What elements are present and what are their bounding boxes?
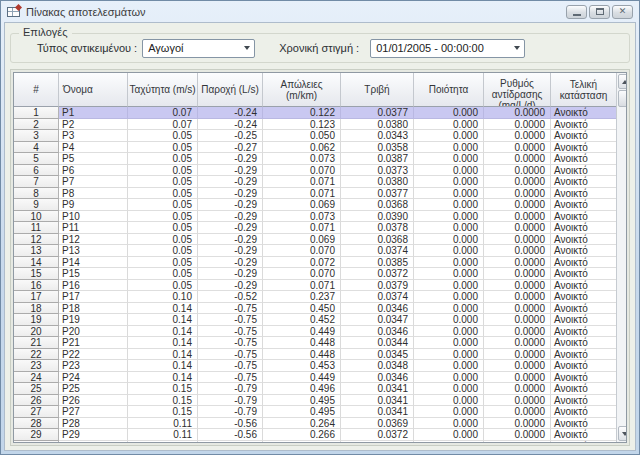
cell-headloss: 0.448	[263, 349, 341, 361]
row-header[interactable]: 29	[14, 429, 59, 441]
table-row[interactable]: 21P210.14-0.750.4480.03440.0000.0000Ανοι…	[14, 337, 616, 349]
scroll-up-button[interactable]	[618, 74, 627, 89]
row-header[interactable]: 24	[14, 372, 59, 384]
table-row[interactable]: 24P240.14-0.750.4490.03460.0000.0000Ανοι…	[14, 372, 616, 384]
titlebar[interactable]: Πίνακας αποτελεσμάτων ✕	[4, 1, 636, 22]
cell-quality: 0.000	[414, 142, 484, 154]
column-header-friction[interactable]: Τριβή	[341, 73, 414, 107]
table-row[interactable]: 7P70.05-0.290.0710.03800.0000.0000Ανοικτ…	[14, 176, 616, 188]
row-header[interactable]: 14	[14, 257, 59, 269]
table-row[interactable]: 6P60.05-0.290.0700.03730.0000.0000Ανοικτ…	[14, 165, 616, 177]
row-header[interactable]: 27	[14, 406, 59, 418]
row-header[interactable]: 3	[14, 130, 59, 142]
cell-velocity: 0.07	[128, 119, 198, 131]
row-header[interactable]: 1	[14, 107, 59, 119]
table-row[interactable]: 27P270.15-0.790.4950.03410.0000.0000Ανοι…	[14, 406, 616, 418]
cell-quality: 0.000	[414, 349, 484, 361]
row-header[interactable]: 20	[14, 326, 59, 338]
row-header[interactable]: 9	[14, 199, 59, 211]
row-header[interactable]: 4	[14, 142, 59, 154]
cell-name: P25	[59, 383, 128, 395]
row-header[interactable]: 22	[14, 349, 59, 361]
minimize-button[interactable]	[566, 5, 587, 19]
cell-velocity: 0.15	[128, 383, 198, 395]
column-header-quality[interactable]: Ποιότητα	[414, 73, 484, 107]
table-row[interactable]: 1P10.07-0.240.1220.03770.0000.0000Ανοικτ…	[14, 107, 616, 119]
row-header[interactable]: 19	[14, 314, 59, 326]
table-row[interactable]: 19P190.14-0.750.4520.03470.0000.0000Ανοι…	[14, 314, 616, 326]
row-header[interactable]: 8	[14, 188, 59, 200]
scrollbar-track[interactable]	[617, 107, 627, 425]
table-row[interactable]: 28P280.11-0.560.2640.03690.0000.0000Ανοι…	[14, 418, 616, 430]
cell-name: P14	[59, 257, 128, 269]
column-header-status[interactable]: Τελικήκατάσταση	[551, 73, 616, 107]
scrollbar-thumb[interactable]	[618, 90, 627, 107]
column-header-velocity[interactable]: Ταχύτητα (m/s)	[128, 73, 198, 107]
cell-friction: 0.0368	[341, 234, 414, 246]
cell-velocity: 0.05	[128, 188, 198, 200]
row-header[interactable]: 12	[14, 234, 59, 246]
row-header[interactable]: 11	[14, 222, 59, 234]
column-header-reaction[interactable]: Ρυθμόςαντίδρασης(mg/L/d)	[484, 73, 551, 107]
table-row[interactable]: 20P200.14-0.750.4490.03460.0000.0000Ανοι…	[14, 326, 616, 338]
cell-flow: -0.29	[198, 222, 263, 234]
cell-headloss: 0.071	[263, 188, 341, 200]
cell-reaction: 0.0000	[484, 372, 551, 384]
table-row[interactable]: 12P120.05-0.290.0690.03680.0000.0000Ανοι…	[14, 234, 616, 246]
row-header[interactable]: 10	[14, 211, 59, 223]
table-row[interactable]: 25P250.15-0.790.4960.03410.0000.0000Ανοι…	[14, 383, 616, 395]
cell-velocity: 0.05	[128, 222, 198, 234]
table-row[interactable]: 8P80.05-0.290.0710.03770.0000.0000Ανοικτ…	[14, 188, 616, 200]
table-row[interactable]: 5P50.05-0.290.0730.03870.0000.0000Ανοικτ…	[14, 153, 616, 165]
row-header[interactable]: 28	[14, 418, 59, 430]
table-row[interactable]: 15P150.05-0.290.0700.03720.0000.0000Ανοι…	[14, 268, 616, 280]
row-header[interactable]: 25	[14, 383, 59, 395]
table-row[interactable]: 22P220.14-0.750.4480.03450.0000.0000Ανοι…	[14, 349, 616, 361]
row-header[interactable]: 2	[14, 119, 59, 131]
cell-headloss: 0.450	[263, 303, 341, 315]
table-row[interactable]: 29P290.11-0.560.2660.03720.0000.0000Ανοι…	[14, 429, 616, 441]
table-row[interactable]: 9P90.05-0.290.0690.03680.0000.0000Ανοικτ…	[14, 199, 616, 211]
table-row[interactable]: 30P300.11-0.560.2680.03750.0000.0000Ανοι…	[14, 441, 616, 443]
row-header[interactable]: 26	[14, 395, 59, 407]
row-header[interactable]: 7	[14, 176, 59, 188]
maximize-button[interactable]	[589, 5, 610, 19]
column-header-flow[interactable]: Παροχή (L/s)	[198, 73, 263, 107]
table-row[interactable]: 26P260.15-0.790.4950.03410.0000.0000Ανοι…	[14, 395, 616, 407]
table-row[interactable]: 18P180.14-0.750.4500.03460.0000.0000Ανοι…	[14, 303, 616, 315]
table-row[interactable]: 2P20.07-0.240.1230.03800.0000.0000Ανοικτ…	[14, 119, 616, 131]
row-header[interactable]: 13	[14, 245, 59, 257]
close-button[interactable]: ✕	[612, 5, 633, 19]
column-header-num[interactable]: #	[14, 73, 59, 107]
scroll-down-button[interactable]	[618, 426, 627, 441]
row-header[interactable]: 18	[14, 303, 59, 315]
table-row[interactable]: 14P140.05-0.290.0720.03850.0000.0000Ανοι…	[14, 257, 616, 269]
row-header[interactable]: 5	[14, 153, 59, 165]
row-header[interactable]: 30	[14, 441, 59, 443]
row-header[interactable]: 17	[14, 291, 59, 303]
column-header-name[interactable]: Όνομα	[59, 73, 128, 107]
row-header[interactable]: 23	[14, 360, 59, 372]
table-row[interactable]: 11P110.05-0.290.0710.03780.0000.0000Ανοι…	[14, 222, 616, 234]
table-row[interactable]: 17P170.10-0.520.2370.03740.0000.0000Ανοι…	[14, 291, 616, 303]
row-header[interactable]: 21	[14, 337, 59, 349]
cell-name: P5	[59, 153, 128, 165]
time-select[interactable]: 01/01/2005 - 00:00:00	[370, 39, 525, 58]
object-type-select[interactable]: Αγωγοί	[142, 39, 255, 58]
cell-friction: 0.0345	[341, 349, 414, 361]
table-row[interactable]: 10P100.05-0.290.0730.03900.0000.0000Ανοι…	[14, 211, 616, 223]
table-row[interactable]: 16P160.05-0.290.0710.03790.0000.0000Ανοι…	[14, 280, 616, 292]
cell-flow: -0.56	[198, 429, 263, 441]
row-header[interactable]: 6	[14, 165, 59, 177]
table-row[interactable]: 3P30.05-0.250.0500.03430.0000.0000Ανοικτ…	[14, 130, 616, 142]
cell-friction: 0.0377	[341, 107, 414, 119]
table-row[interactable]: 13P130.05-0.290.0700.03740.0000.0000Ανοι…	[14, 245, 616, 257]
vertical-scrollbar[interactable]	[616, 73, 627, 442]
cell-status: Ανοικτό	[551, 119, 616, 131]
column-header-headloss[interactable]: Απώλειες(m/km)	[263, 73, 341, 107]
row-header[interactable]: 15	[14, 268, 59, 280]
table-row[interactable]: 4P40.05-0.270.0620.03580.0000.0000Ανοικτ…	[14, 142, 616, 154]
table-row[interactable]: 23P230.14-0.750.4530.03480.0000.0000Ανοι…	[14, 360, 616, 372]
row-header[interactable]: 16	[14, 280, 59, 292]
cell-quality: 0.000	[414, 222, 484, 234]
